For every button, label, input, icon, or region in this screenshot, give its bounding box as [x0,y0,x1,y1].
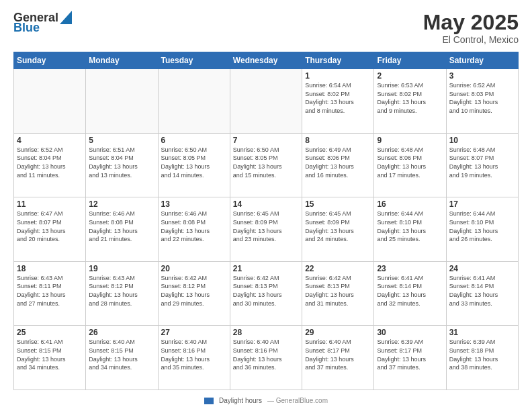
day-info: Sunrise: 6:48 AM Sunset: 8:07 PM Dayligh… [449,146,515,179]
day-info: Sunrise: 6:52 AM Sunset: 8:03 PM Dayligh… [449,81,515,115]
day-info: Sunrise: 6:47 AM Sunset: 8:07 PM Dayligh… [17,210,83,243]
calendar-header-row: SundayMondayTuesdayWednesdayThursdayFrid… [14,52,519,69]
day-info: Sunrise: 6:42 AM Sunset: 8:13 PM Dayligh… [233,274,299,308]
calendar-day-header: Tuesday [158,52,230,69]
day-number: 6 [161,136,227,145]
calendar-day-cell: 14Sunrise: 6:45 AM Sunset: 8:09 PM Dayli… [230,197,302,262]
calendar-day-cell [158,69,230,134]
day-number: 15 [305,199,371,209]
calendar-week-row: 4Sunrise: 6:52 AM Sunset: 8:04 PM Daylig… [14,133,519,197]
day-number: 18 [17,264,83,273]
calendar-day-cell: 11Sunrise: 6:47 AM Sunset: 8:07 PM Dayli… [14,197,86,262]
calendar-day-cell: 3Sunrise: 6:52 AM Sunset: 8:03 PM Daylig… [446,69,518,134]
day-info: Sunrise: 6:48 AM Sunset: 8:06 PM Dayligh… [377,146,443,179]
calendar-day-cell: 18Sunrise: 6:43 AM Sunset: 8:11 PM Dayli… [14,261,86,326]
month-title: May 2025 [423,11,519,34]
page: General Blue May 2025 El Control, Mexico… [0,0,532,411]
day-info: Sunrise: 6:54 AM Sunset: 8:02 PM Dayligh… [305,81,371,115]
day-info: Sunrise: 6:44 AM Sunset: 8:10 PM Dayligh… [449,210,515,243]
day-info: Sunrise: 6:44 AM Sunset: 8:10 PM Dayligh… [377,210,443,243]
day-info: Sunrise: 6:45 AM Sunset: 8:09 PM Dayligh… [233,210,299,243]
day-number: 13 [161,199,227,209]
day-number: 3 [449,71,515,81]
calendar-day-header: Friday [374,52,446,69]
footer: Daylight hours — GeneralBlue.com [13,394,519,404]
day-number: 30 [377,328,443,337]
day-info: Sunrise: 6:46 AM Sunset: 8:08 PM Dayligh… [161,210,227,243]
day-number: 8 [305,136,371,145]
calendar-day-cell: 28Sunrise: 6:40 AM Sunset: 8:16 PM Dayli… [230,326,302,390]
calendar-day-cell: 20Sunrise: 6:42 AM Sunset: 8:12 PM Dayli… [158,261,230,326]
day-number: 25 [17,328,83,337]
calendar-week-row: 18Sunrise: 6:43 AM Sunset: 8:11 PM Dayli… [14,261,519,326]
day-info: Sunrise: 6:43 AM Sunset: 8:12 PM Dayligh… [89,274,154,308]
day-info: Sunrise: 6:50 AM Sunset: 8:05 PM Dayligh… [233,146,299,179]
calendar-day-cell: 19Sunrise: 6:43 AM Sunset: 8:12 PM Dayli… [86,261,158,326]
day-number: 12 [89,199,154,209]
calendar-day-cell: 26Sunrise: 6:40 AM Sunset: 8:15 PM Dayli… [86,326,158,390]
calendar-day-cell: 5Sunrise: 6:51 AM Sunset: 8:04 PM Daylig… [86,133,158,197]
calendar-day-cell: 23Sunrise: 6:41 AM Sunset: 8:14 PM Dayli… [374,261,446,326]
day-number: 14 [233,199,299,209]
calendar-day-cell: 17Sunrise: 6:44 AM Sunset: 8:10 PM Dayli… [446,197,518,262]
day-info: Sunrise: 6:41 AM Sunset: 8:15 PM Dayligh… [17,338,83,371]
daylight-color-box [204,398,214,404]
day-info: Sunrise: 6:39 AM Sunset: 8:18 PM Dayligh… [449,338,515,371]
day-number: 29 [305,328,371,337]
calendar-day-cell: 22Sunrise: 6:42 AM Sunset: 8:13 PM Dayli… [302,261,374,326]
calendar-day-cell: 6Sunrise: 6:50 AM Sunset: 8:05 PM Daylig… [158,133,230,197]
calendar-day-cell: 4Sunrise: 6:52 AM Sunset: 8:04 PM Daylig… [14,133,86,197]
day-number: 11 [17,199,83,209]
calendar-day-cell: 27Sunrise: 6:40 AM Sunset: 8:16 PM Dayli… [158,326,230,390]
calendar-day-cell: 7Sunrise: 6:50 AM Sunset: 8:05 PM Daylig… [230,133,302,197]
day-info: Sunrise: 6:43 AM Sunset: 8:11 PM Dayligh… [17,274,83,308]
day-number: 16 [377,199,443,209]
logo-triangle-icon [60,11,72,24]
day-info: Sunrise: 6:40 AM Sunset: 8:16 PM Dayligh… [233,338,299,371]
day-number: 17 [449,199,515,209]
calendar-day-cell: 13Sunrise: 6:46 AM Sunset: 8:08 PM Dayli… [158,197,230,262]
calendar-day-cell [86,69,158,134]
calendar-day-cell: 16Sunrise: 6:44 AM Sunset: 8:10 PM Dayli… [374,197,446,262]
day-info: Sunrise: 6:51 AM Sunset: 8:04 PM Dayligh… [89,146,154,179]
footer-label: Daylight hours [219,397,262,404]
calendar-day-header: Saturday [446,52,518,69]
day-info: Sunrise: 6:40 AM Sunset: 8:17 PM Dayligh… [305,338,371,371]
footer-source: — GeneralBlue.com [267,397,328,404]
day-info: Sunrise: 6:39 AM Sunset: 8:17 PM Dayligh… [377,338,443,371]
calendar-day-header: Sunday [14,52,86,69]
logo: General Blue [13,11,72,35]
day-info: Sunrise: 6:45 AM Sunset: 8:09 PM Dayligh… [305,210,371,243]
day-number: 22 [305,264,371,273]
calendar-day-cell: 21Sunrise: 6:42 AM Sunset: 8:13 PM Dayli… [230,261,302,326]
calendar-day-cell: 12Sunrise: 6:46 AM Sunset: 8:08 PM Dayli… [86,197,158,262]
calendar-day-cell: 1Sunrise: 6:54 AM Sunset: 8:02 PM Daylig… [302,69,374,134]
logo-blue: Blue [13,21,40,35]
day-info: Sunrise: 6:53 AM Sunset: 8:02 PM Dayligh… [377,81,443,115]
day-info: Sunrise: 6:41 AM Sunset: 8:14 PM Dayligh… [449,274,515,308]
day-number: 26 [89,328,154,337]
day-number: 27 [161,328,227,337]
day-info: Sunrise: 6:40 AM Sunset: 8:16 PM Dayligh… [161,338,227,371]
calendar-day-cell: 30Sunrise: 6:39 AM Sunset: 8:17 PM Dayli… [374,326,446,390]
day-number: 31 [449,328,515,337]
calendar-day-cell: 2Sunrise: 6:53 AM Sunset: 8:02 PM Daylig… [374,69,446,134]
day-number: 9 [377,136,443,145]
day-number: 19 [89,264,154,273]
day-number: 10 [449,136,515,145]
day-number: 2 [377,71,443,81]
header: General Blue May 2025 El Control, Mexico [13,11,519,45]
calendar-week-row: 25Sunrise: 6:41 AM Sunset: 8:15 PM Dayli… [14,326,519,390]
calendar-day-header: Wednesday [230,52,302,69]
day-info: Sunrise: 6:50 AM Sunset: 8:05 PM Dayligh… [161,146,227,179]
day-info: Sunrise: 6:52 AM Sunset: 8:04 PM Dayligh… [17,146,83,179]
day-number: 21 [233,264,299,273]
day-info: Sunrise: 6:46 AM Sunset: 8:08 PM Dayligh… [89,210,154,243]
calendar-day-header: Thursday [302,52,374,69]
calendar-day-cell: 15Sunrise: 6:45 AM Sunset: 8:09 PM Dayli… [302,197,374,262]
day-number: 1 [305,71,371,81]
day-number: 5 [89,136,154,145]
day-number: 20 [161,264,227,273]
calendar-week-row: 11Sunrise: 6:47 AM Sunset: 8:07 PM Dayli… [14,197,519,262]
day-info: Sunrise: 6:42 AM Sunset: 8:13 PM Dayligh… [305,274,371,308]
